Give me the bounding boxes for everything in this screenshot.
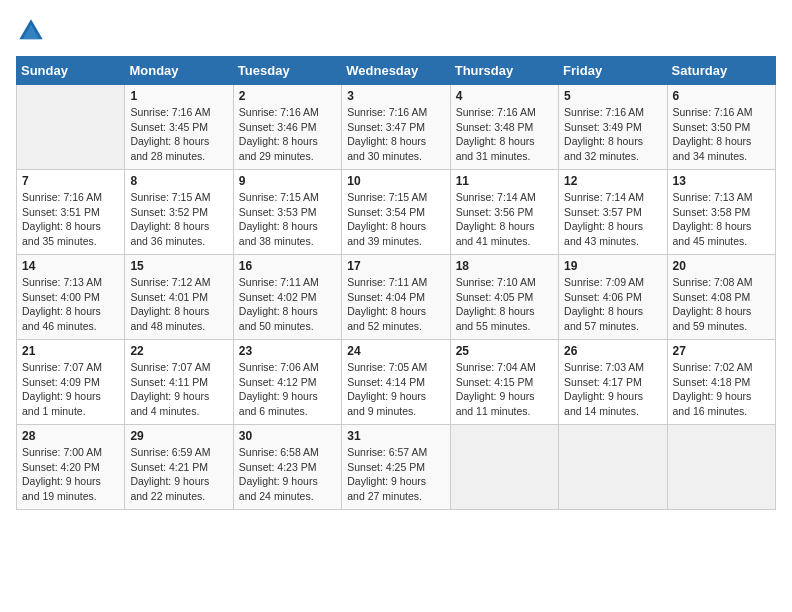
calendar-cell: 14Sunrise: 7:13 AMSunset: 4:00 PMDayligh… [17,255,125,340]
day-info: Sunrise: 7:02 AMSunset: 4:18 PMDaylight:… [673,360,770,419]
day-info: Sunrise: 7:07 AMSunset: 4:09 PMDaylight:… [22,360,119,419]
calendar-cell: 8Sunrise: 7:15 AMSunset: 3:52 PMDaylight… [125,170,233,255]
day-number: 17 [347,259,444,273]
calendar-cell: 22Sunrise: 7:07 AMSunset: 4:11 PMDayligh… [125,340,233,425]
calendar-cell: 28Sunrise: 7:00 AMSunset: 4:20 PMDayligh… [17,425,125,510]
day-number: 31 [347,429,444,443]
day-number: 19 [564,259,661,273]
day-number: 30 [239,429,336,443]
header-day-monday: Monday [125,57,233,85]
day-number: 22 [130,344,227,358]
day-number: 7 [22,174,119,188]
day-number: 29 [130,429,227,443]
day-info: Sunrise: 7:15 AMSunset: 3:54 PMDaylight:… [347,190,444,249]
day-number: 27 [673,344,770,358]
day-number: 6 [673,89,770,103]
day-info: Sunrise: 7:16 AMSunset: 3:47 PMDaylight:… [347,105,444,164]
header-day-tuesday: Tuesday [233,57,341,85]
day-info: Sunrise: 7:12 AMSunset: 4:01 PMDaylight:… [130,275,227,334]
day-info: Sunrise: 7:06 AMSunset: 4:12 PMDaylight:… [239,360,336,419]
day-info: Sunrise: 7:04 AMSunset: 4:15 PMDaylight:… [456,360,553,419]
day-number: 8 [130,174,227,188]
header-day-thursday: Thursday [450,57,558,85]
week-row-2: 7Sunrise: 7:16 AMSunset: 3:51 PMDaylight… [17,170,776,255]
header-day-sunday: Sunday [17,57,125,85]
day-info: Sunrise: 6:58 AMSunset: 4:23 PMDaylight:… [239,445,336,504]
day-info: Sunrise: 7:16 AMSunset: 3:46 PMDaylight:… [239,105,336,164]
calendar-cell: 27Sunrise: 7:02 AMSunset: 4:18 PMDayligh… [667,340,775,425]
calendar-cell: 19Sunrise: 7:09 AMSunset: 4:06 PMDayligh… [559,255,667,340]
calendar-cell: 25Sunrise: 7:04 AMSunset: 4:15 PMDayligh… [450,340,558,425]
day-info: Sunrise: 7:08 AMSunset: 4:08 PMDaylight:… [673,275,770,334]
calendar-cell: 7Sunrise: 7:16 AMSunset: 3:51 PMDaylight… [17,170,125,255]
day-info: Sunrise: 7:16 AMSunset: 3:51 PMDaylight:… [22,190,119,249]
calendar-cell: 21Sunrise: 7:07 AMSunset: 4:09 PMDayligh… [17,340,125,425]
calendar-cell: 2Sunrise: 7:16 AMSunset: 3:46 PMDaylight… [233,85,341,170]
day-info: Sunrise: 7:15 AMSunset: 3:52 PMDaylight:… [130,190,227,249]
calendar-cell: 29Sunrise: 6:59 AMSunset: 4:21 PMDayligh… [125,425,233,510]
header-day-saturday: Saturday [667,57,775,85]
calendar-cell: 5Sunrise: 7:16 AMSunset: 3:49 PMDaylight… [559,85,667,170]
week-row-3: 14Sunrise: 7:13 AMSunset: 4:00 PMDayligh… [17,255,776,340]
calendar-cell: 18Sunrise: 7:10 AMSunset: 4:05 PMDayligh… [450,255,558,340]
day-info: Sunrise: 7:16 AMSunset: 3:45 PMDaylight:… [130,105,227,164]
calendar-cell [667,425,775,510]
calendar-table: SundayMondayTuesdayWednesdayThursdayFrid… [16,56,776,510]
day-number: 15 [130,259,227,273]
day-info: Sunrise: 7:16 AMSunset: 3:48 PMDaylight:… [456,105,553,164]
day-info: Sunrise: 7:13 AMSunset: 3:58 PMDaylight:… [673,190,770,249]
calendar-cell: 6Sunrise: 7:16 AMSunset: 3:50 PMDaylight… [667,85,775,170]
calendar-cell: 10Sunrise: 7:15 AMSunset: 3:54 PMDayligh… [342,170,450,255]
day-number: 28 [22,429,119,443]
page-header [16,16,776,46]
day-number: 5 [564,89,661,103]
logo [16,16,50,46]
day-number: 23 [239,344,336,358]
day-info: Sunrise: 7:07 AMSunset: 4:11 PMDaylight:… [130,360,227,419]
day-info: Sunrise: 7:15 AMSunset: 3:53 PMDaylight:… [239,190,336,249]
calendar-cell: 12Sunrise: 7:14 AMSunset: 3:57 PMDayligh… [559,170,667,255]
day-info: Sunrise: 7:05 AMSunset: 4:14 PMDaylight:… [347,360,444,419]
day-number: 10 [347,174,444,188]
day-info: Sunrise: 7:16 AMSunset: 3:50 PMDaylight:… [673,105,770,164]
day-number: 4 [456,89,553,103]
day-number: 12 [564,174,661,188]
calendar-cell: 30Sunrise: 6:58 AMSunset: 4:23 PMDayligh… [233,425,341,510]
header-day-friday: Friday [559,57,667,85]
calendar-body: 1Sunrise: 7:16 AMSunset: 3:45 PMDaylight… [17,85,776,510]
calendar-cell: 17Sunrise: 7:11 AMSunset: 4:04 PMDayligh… [342,255,450,340]
header-day-wednesday: Wednesday [342,57,450,85]
day-number: 20 [673,259,770,273]
logo-icon [16,16,46,46]
day-info: Sunrise: 7:14 AMSunset: 3:56 PMDaylight:… [456,190,553,249]
day-info: Sunrise: 7:11 AMSunset: 4:04 PMDaylight:… [347,275,444,334]
day-number: 18 [456,259,553,273]
calendar-cell [17,85,125,170]
day-number: 21 [22,344,119,358]
day-info: Sunrise: 7:10 AMSunset: 4:05 PMDaylight:… [456,275,553,334]
day-number: 14 [22,259,119,273]
day-info: Sunrise: 7:16 AMSunset: 3:49 PMDaylight:… [564,105,661,164]
calendar-cell: 13Sunrise: 7:13 AMSunset: 3:58 PMDayligh… [667,170,775,255]
day-info: Sunrise: 7:09 AMSunset: 4:06 PMDaylight:… [564,275,661,334]
calendar-cell: 26Sunrise: 7:03 AMSunset: 4:17 PMDayligh… [559,340,667,425]
calendar-cell: 15Sunrise: 7:12 AMSunset: 4:01 PMDayligh… [125,255,233,340]
day-number: 1 [130,89,227,103]
calendar-cell: 3Sunrise: 7:16 AMSunset: 3:47 PMDaylight… [342,85,450,170]
day-info: Sunrise: 7:03 AMSunset: 4:17 PMDaylight:… [564,360,661,419]
calendar-cell: 11Sunrise: 7:14 AMSunset: 3:56 PMDayligh… [450,170,558,255]
calendar-cell: 1Sunrise: 7:16 AMSunset: 3:45 PMDaylight… [125,85,233,170]
calendar-cell [559,425,667,510]
calendar-cell: 9Sunrise: 7:15 AMSunset: 3:53 PMDaylight… [233,170,341,255]
page-container: SundayMondayTuesdayWednesdayThursdayFrid… [0,0,792,520]
calendar-cell: 31Sunrise: 6:57 AMSunset: 4:25 PMDayligh… [342,425,450,510]
day-info: Sunrise: 6:59 AMSunset: 4:21 PMDaylight:… [130,445,227,504]
day-number: 13 [673,174,770,188]
day-number: 9 [239,174,336,188]
day-info: Sunrise: 6:57 AMSunset: 4:25 PMDaylight:… [347,445,444,504]
day-number: 2 [239,89,336,103]
day-number: 24 [347,344,444,358]
day-number: 3 [347,89,444,103]
day-number: 11 [456,174,553,188]
day-number: 25 [456,344,553,358]
